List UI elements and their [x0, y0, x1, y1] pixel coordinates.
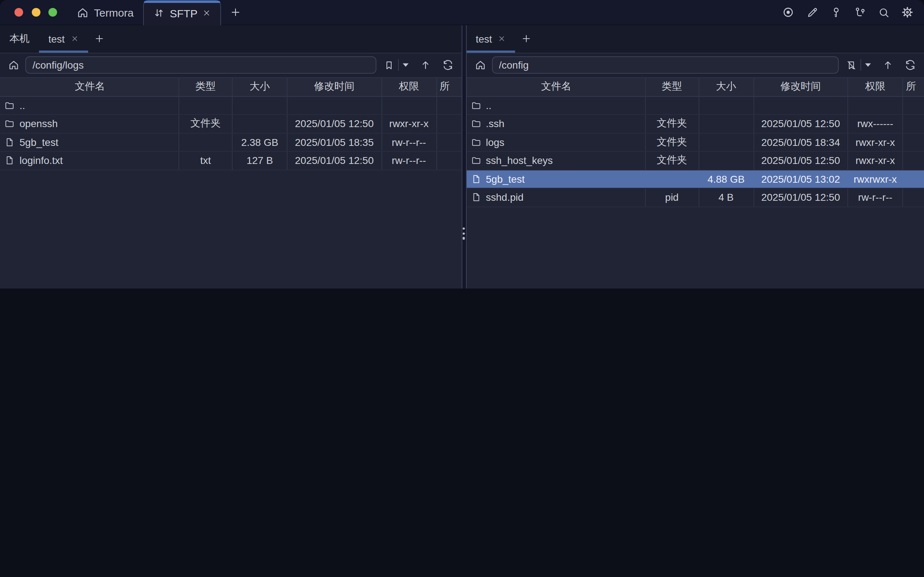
file-time-cell [754, 97, 848, 114]
settings-gear-icon[interactable] [900, 5, 914, 19]
column-header-owner[interactable]: 所 [903, 78, 924, 96]
left-file-table: 文件名类型大小修改时间权限所..openssh文件夹2025/01/05 12:… [0, 77, 461, 170]
column-header-name[interactable]: 文件名 [466, 78, 645, 96]
file-owner-cell [903, 189, 924, 206]
file-type-cell: pid [645, 189, 699, 206]
close-icon[interactable] [71, 35, 78, 43]
left-path-input[interactable] [25, 57, 376, 74]
file-name-cell: .. [0, 97, 179, 114]
column-header-perm[interactable]: 权限 [848, 78, 903, 96]
branch-icon[interactable] [853, 5, 867, 19]
file-name-cell: 5gb_test [0, 133, 179, 151]
file-type-cell [645, 170, 699, 188]
file-perm-cell: rwxr-xr-x [848, 152, 903, 169]
file-name-cell: .ssh [466, 115, 645, 132]
drag-handle-dots [463, 227, 465, 239]
column-header-name[interactable]: 文件名 [0, 78, 179, 96]
home-icon[interactable] [6, 60, 22, 71]
file-name-cell: loginfo.txt [0, 152, 179, 169]
bookmark-dropdown-caret-icon[interactable] [400, 57, 411, 73]
file-type-cell: 文件夹 [645, 115, 699, 132]
titlebar: Termora SFTP [0, 0, 924, 25]
bookmark-icon[interactable] [381, 57, 396, 73]
right-new-session-button[interactable] [516, 25, 537, 52]
folder-icon [471, 100, 481, 111]
file-name-cell: 5gb_test [466, 170, 645, 188]
right-path-input[interactable] [492, 57, 839, 74]
right-tab-test-label: test [476, 33, 492, 45]
file-time-cell: 2025/01/05 12:50 [287, 152, 382, 169]
file-name: ssh_host_keys [486, 155, 553, 166]
tab-termora-label: Termora [94, 6, 134, 18]
zoom-window-button[interactable] [48, 8, 57, 17]
file-size-cell [233, 115, 287, 132]
column-header-perm[interactable]: 权限 [382, 78, 437, 96]
refresh-icon[interactable] [902, 57, 918, 73]
table-row[interactable]: .. [466, 97, 924, 115]
bookmark-slash-icon[interactable] [844, 57, 859, 73]
divider [398, 60, 398, 71]
column-header-type[interactable]: 类型 [179, 78, 233, 96]
folder-icon [4, 119, 15, 129]
column-header-time[interactable]: 修改时间 [287, 78, 382, 96]
new-tab-button[interactable] [221, 0, 250, 24]
file-perm-cell [382, 97, 437, 114]
record-button[interactable] [781, 5, 795, 19]
divider [860, 60, 861, 71]
table-row[interactable]: .ssh文件夹2025/01/05 12:50rwx------ [466, 115, 924, 133]
close-window-button[interactable] [15, 8, 23, 17]
tab-sftp[interactable]: SFTP [143, 0, 221, 25]
table-row[interactable]: sshd.pidpid4 B2025/01/05 12:50rw-r--r-- [466, 189, 924, 207]
left-tab-local[interactable]: 本机 [0, 25, 39, 52]
column-header-type[interactable]: 类型 [645, 78, 699, 96]
column-header-size[interactable]: 大小 [233, 78, 287, 96]
titlebar-actions [781, 0, 924, 24]
edit-icon[interactable] [805, 5, 819, 19]
file-name: 5gb_test [19, 137, 58, 148]
table-row[interactable]: 5gb_test4.88 GB2025/01/05 13:02rwxrwxr-x [466, 170, 924, 189]
file-size-cell: 2.38 GB [233, 133, 287, 151]
table-row[interactable]: 5gb_test2.38 GB2025/01/05 18:35rw-r--r-- [0, 133, 461, 152]
close-icon[interactable] [498, 35, 506, 43]
bookmark-dropdown-caret-icon[interactable] [863, 57, 873, 73]
left-tab-test[interactable]: test [39, 25, 88, 52]
table-row[interactable]: ssh_host_keys文件夹2025/01/05 12:50rwxr-xr-… [466, 152, 924, 170]
table-row[interactable]: loginfo.txttxt127 B2025/01/05 12:50rw-r-… [0, 152, 461, 170]
table-row[interactable]: logs文件夹2025/01/05 18:34rwxr-xr-x [466, 133, 924, 152]
home-icon[interactable] [472, 60, 488, 71]
file-perm-cell: rw-r--r-- [382, 133, 437, 151]
go-up-arrow-icon[interactable] [880, 57, 896, 73]
file-owner-cell [437, 152, 461, 169]
file-table-header: 文件名类型大小修改时间权限所 [466, 77, 924, 97]
table-row[interactable]: .. [0, 97, 461, 115]
sftp-split-view: 本机 test [0, 25, 924, 288]
file-name: .. [19, 100, 25, 111]
column-header-size[interactable]: 大小 [699, 78, 754, 96]
right-tab-test[interactable]: test [466, 25, 515, 52]
table-row[interactable]: openssh文件夹2025/01/05 12:50rwxr-xr-x [0, 115, 461, 133]
search-icon[interactable] [876, 5, 891, 19]
file-size-cell [699, 152, 754, 169]
left-tab-local-label: 本机 [10, 32, 30, 45]
file-time-cell [287, 97, 382, 114]
minimize-window-button[interactable] [31, 8, 40, 17]
folder-icon [4, 100, 15, 111]
file-icon [471, 192, 481, 203]
key-icon[interactable] [829, 5, 843, 19]
file-owner-cell [903, 115, 924, 132]
file-time-cell: 2025/01/05 18:35 [287, 133, 382, 151]
tab-termora-home[interactable]: Termora [67, 0, 143, 24]
file-name-cell: openssh [0, 115, 179, 132]
vertical-splitter[interactable] [461, 25, 466, 288]
close-tab-icon[interactable] [203, 9, 211, 17]
refresh-icon[interactable] [440, 57, 455, 73]
file-time-cell: 2025/01/05 13:02 [754, 170, 848, 188]
file-perm-cell: rwxr-xr-x [848, 133, 903, 151]
file-time-cell: 2025/01/05 12:50 [754, 115, 848, 132]
column-header-owner[interactable]: 所 [437, 78, 461, 96]
column-header-time[interactable]: 修改时间 [754, 78, 848, 96]
go-up-arrow-icon[interactable] [417, 57, 433, 73]
file-type-cell: 文件夹 [179, 115, 233, 132]
file-type-cell [645, 97, 699, 114]
left-new-session-button[interactable] [89, 25, 110, 52]
